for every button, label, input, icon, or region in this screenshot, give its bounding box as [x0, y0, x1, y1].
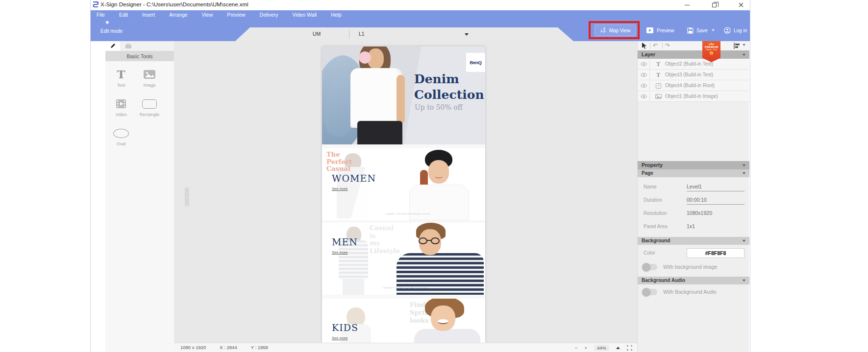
copyright-text: Copyright © 2017 BenQ Corp. All rights r…	[364, 287, 446, 289]
user-icon	[724, 27, 731, 34]
background-image-toggle[interactable]	[643, 264, 657, 270]
collapse-caret-icon[interactable]	[743, 280, 745, 282]
tools-sidebar: Basic Tools T Text Image Video Rectangle	[105, 41, 174, 352]
menu-edit[interactable]: Edit	[117, 12, 130, 18]
duration-input[interactable]: 00:00:10	[687, 197, 744, 205]
map-view-button[interactable]: Map View	[595, 24, 636, 36]
hero-title-line1: Denim	[414, 72, 459, 86]
tab-widgets[interactable]	[120, 41, 137, 51]
tool-video[interactable]: Video	[107, 98, 135, 117]
eye-icon[interactable]	[638, 80, 649, 91]
menu-help[interactable]: Help	[329, 12, 344, 18]
save-dropdown-caret-icon[interactable]	[712, 29, 715, 31]
collapse-caret-icon[interactable]	[743, 54, 745, 56]
layer-row[interactable]: Object1 (Build-in Image)	[638, 91, 749, 102]
zoom-level[interactable]: 44%	[594, 345, 609, 351]
select-cursor-icon[interactable]	[642, 43, 647, 49]
field-name: Name Level1	[638, 182, 749, 194]
eye-icon[interactable]	[638, 59, 649, 70]
undo-icon[interactable]: ↶	[653, 41, 658, 50]
section-title: WOMEN	[332, 173, 376, 184]
minimize-icon[interactable]	[679, 0, 695, 10]
section-women[interactable]: The Perfect Casual WOMEN See more Copyri…	[322, 148, 485, 220]
layer-row[interactable]: Object4 (Build-in Root)	[638, 80, 749, 91]
eye-icon[interactable]	[638, 70, 649, 80]
collapse-caret-icon[interactable]	[743, 164, 745, 166]
close-icon[interactable]	[733, 0, 749, 10]
tool-oval[interactable]: Oval	[107, 127, 135, 146]
brand-logo: BenQ	[466, 53, 485, 72]
align-icon[interactable]	[734, 43, 740, 49]
background-audio-toggle-row: With Background Audio	[638, 287, 749, 297]
tab-edit-tools[interactable]	[105, 41, 120, 51]
model-arm-shape	[397, 75, 405, 124]
field-duration: Duration 00:00:10	[638, 195, 749, 207]
chevron-down-icon[interactable]	[465, 33, 469, 36]
collapse-caret-icon[interactable]	[743, 172, 745, 174]
preview-label: Preview	[657, 28, 674, 33]
status-bar: 1080 x 1920 X : 2844 Y : 1958 − + 44%	[174, 343, 637, 352]
kids-photo	[386, 299, 485, 343]
bubble-gum-shape	[359, 51, 371, 64]
menu-file[interactable]: File	[95, 12, 107, 18]
copyright-text: Copyright © 2017 BenQ Corp. All rights r…	[367, 213, 449, 215]
collapse-caret-icon[interactable]	[743, 240, 745, 242]
premium-subtitle: Player Only	[706, 48, 717, 51]
title-bar: X-Sign Designer - C:\Users\user\Document…	[91, 0, 750, 10]
sidebar-collapse-handle[interactable]: «	[185, 188, 189, 206]
login-button[interactable]: Log in	[724, 24, 747, 36]
redo-icon[interactable]: ↷	[665, 41, 670, 50]
image-tool-icon	[135, 69, 164, 80]
zoom-out-button[interactable]: −	[575, 345, 578, 351]
cursor-x: X : 2844	[220, 345, 237, 350]
fit-screen-icon[interactable]	[627, 345, 632, 351]
hero-banner[interactable]: BenQ Denim Collection Up to 50% off	[322, 47, 485, 144]
background-color-input[interactable]: #F8F8F8	[687, 248, 744, 258]
eye-icon[interactable]	[638, 91, 649, 102]
section-men[interactable]: Casual is my Lifestyle MEN See more Copy…	[322, 223, 485, 295]
zoom-in-button[interactable]: +	[584, 345, 587, 351]
tool-rectangle[interactable]: Rectangle	[135, 98, 164, 117]
see-more-link: See more	[332, 250, 348, 255]
panel-area-value: 1x1	[687, 223, 744, 229]
page-name: L1	[359, 31, 365, 37]
field-resolution: Resolution 1080x1920	[638, 209, 749, 220]
menu-video-wall[interactable]: Video Wall	[291, 12, 319, 18]
property-panel-header[interactable]: Property	[638, 161, 749, 169]
save-button[interactable]: Save	[687, 24, 715, 36]
design-page[interactable]: BenQ Denim Collection Up to 50% off The …	[322, 47, 485, 343]
section-kids[interactable]: Find the Spring looks KIDS See more	[322, 299, 485, 343]
menu-preview[interactable]: Preview	[225, 12, 247, 18]
screen: X-Sign Designer - C:\Users\user\Document…	[0, 0, 868, 352]
layer-panel-header[interactable]: Layer	[638, 50, 749, 59]
men-photo	[371, 223, 485, 295]
background-section-header[interactable]: Background	[638, 237, 749, 245]
layer-row[interactable]: T Object2 (Build-in Text)	[638, 59, 749, 70]
menu-insert[interactable]: Insert	[140, 12, 157, 18]
scene-tab[interactable]: UM L1	[235, 27, 573, 41]
tool-image[interactable]: Image	[135, 69, 164, 88]
star-icon[interactable]: ✱	[105, 20, 109, 25]
menu-view[interactable]: View	[200, 12, 215, 18]
text-layer-icon: T	[653, 59, 663, 70]
hero-title-line2: Collection	[414, 88, 484, 102]
info-icon: i	[710, 51, 713, 55]
see-more-link: See more	[332, 336, 348, 340]
layer-row[interactable]: T Object3 (Build-in Text)	[638, 70, 749, 80]
restore-icon[interactable]	[706, 0, 722, 10]
login-label: Log in	[734, 28, 747, 33]
field-panel-area: Panel Area 1x1	[638, 222, 749, 234]
zoom-menu-caret-icon[interactable]	[616, 347, 620, 349]
background-audio-toggle[interactable]	[643, 289, 657, 295]
page-section-header[interactable]: Page	[638, 169, 749, 177]
menu-delivery[interactable]: Delivery	[258, 12, 280, 18]
background-audio-section-header[interactable]: Background Audio	[638, 277, 749, 284]
oval-tool-icon	[107, 127, 135, 139]
preview-button[interactable]: Preview	[646, 24, 674, 36]
model-skirt-shape	[357, 121, 402, 144]
canvas-workspace[interactable]: BenQ Denim Collection Up to 50% off The …	[174, 41, 637, 343]
menu-arrange[interactable]: Arrange	[167, 12, 189, 18]
tool-text[interactable]: T Text	[107, 69, 135, 88]
name-input[interactable]: Level1	[687, 184, 744, 191]
align-caret-icon[interactable]	[743, 44, 745, 46]
